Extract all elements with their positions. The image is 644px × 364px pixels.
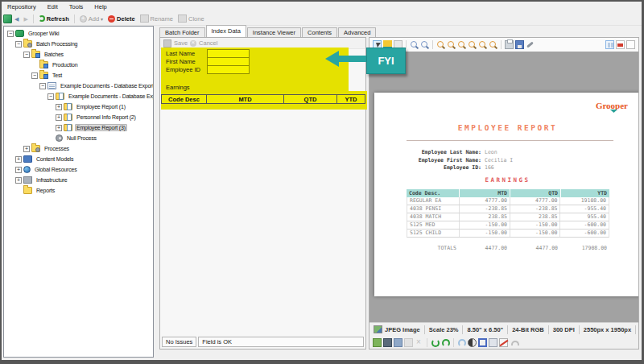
employee-info: Employee Last Name:Leon Employee First N… (390, 149, 513, 172)
tab[interactable]: Contents (302, 27, 337, 37)
zoom-region-icon[interactable] (468, 40, 477, 49)
tree-item[interactable]: + Infrastructure (4, 175, 153, 185)
tree-toggle-icon[interactable]: − (39, 83, 46, 89)
rename-label: Rename (151, 15, 173, 23)
refresh-button[interactable]: Refresh (36, 13, 72, 24)
add-button[interactable]: Add (77, 13, 105, 24)
save-button[interactable]: Save (174, 39, 188, 47)
copy-icon[interactable] (489, 338, 497, 347)
tree-item-label: Content Models (35, 155, 75, 163)
globe-icon (23, 166, 31, 173)
viewer-status-bar: JPEG Image Scale 23%8.50" x 6.50"24-Bit … (369, 322, 638, 336)
tree-toggle-icon[interactable]: − (31, 72, 38, 79)
menu-item[interactable]: Tools (64, 2, 89, 12)
menu-item[interactable]: Edit (42, 2, 64, 12)
tree-item[interactable]: − Batch Processing (4, 39, 153, 49)
settings-icon[interactable] (526, 40, 535, 49)
new-page-icon[interactable] (626, 40, 635, 49)
tab[interactable]: Index Data (206, 25, 246, 37)
tree-toggle-icon[interactable]: − (23, 52, 30, 58)
tree-item[interactable]: − Test (4, 70, 153, 81)
print-icon[interactable] (505, 40, 514, 49)
earnings-column-header[interactable]: Code Desc (161, 94, 207, 104)
tree-item-label: Employee Report (1) (75, 103, 127, 110)
clone-button[interactable]: Clone (175, 13, 207, 24)
zoom-width-icon[interactable] (478, 40, 487, 49)
tree-toggle-icon[interactable]: + (56, 114, 62, 121)
tree-item[interactable]: + Content Models (4, 154, 153, 164)
field-status-bar: No Issues Field is OK (162, 337, 364, 347)
menu-item[interactable]: Repository (2, 2, 42, 12)
tree-toggle-icon[interactable]: + (15, 177, 22, 184)
tree-item[interactable]: Production (4, 60, 153, 70)
export-pdf-icon[interactable] (616, 40, 625, 49)
image-disabled-icon[interactable] (404, 338, 413, 347)
tree-item[interactable]: − Grooper Wiki (4, 28, 153, 39)
tree-toggle-icon[interactable]: + (23, 146, 30, 152)
tree-item[interactable]: + Personnel Info Report (2) (4, 112, 153, 122)
tree-item-label: Employee Report (3) (75, 124, 127, 131)
zoom-dynamic-icon[interactable] (457, 40, 466, 49)
refresh2-icon[interactable] (457, 338, 466, 347)
tree-item[interactable]: + Employee Report (1) (4, 101, 153, 112)
crop-icon[interactable] (478, 338, 487, 347)
zoom-in-icon[interactable] (436, 40, 445, 49)
tree-item[interactable]: − Example Documents - Database Export (4, 81, 153, 91)
tree-item[interactable]: Reports (4, 185, 153, 196)
image-adjust-icon[interactable] (383, 338, 392, 347)
rotate-left-icon[interactable] (431, 338, 440, 347)
forward-icon[interactable]: ▶ (21, 13, 30, 24)
undo-icon[interactable] (510, 338, 518, 347)
tree-item-label: Processes (43, 145, 71, 152)
earnings-column-header[interactable]: MTD (206, 94, 284, 104)
tree-item-label: Personnel Info Report (2) (75, 114, 138, 121)
zoom-out-icon[interactable] (447, 40, 456, 49)
last-name-label: Last Name (166, 50, 195, 57)
tab[interactable]: Batch Folder (159, 27, 205, 37)
save2-icon[interactable] (515, 40, 524, 49)
contrast-icon[interactable] (468, 338, 477, 347)
tree-toggle-icon[interactable]: + (15, 167, 22, 173)
tree-item[interactable]: + Employee Report (3) (4, 122, 153, 133)
tree-toggle-icon[interactable]: + (56, 104, 62, 110)
cancel-button[interactable]: Cancel (199, 39, 217, 47)
tree-item[interactable]: Null Process (4, 133, 153, 143)
tree-toggle-icon[interactable]: − (15, 41, 22, 48)
remove-image-icon[interactable] (499, 338, 508, 347)
zoom-fit-icon[interactable] (489, 40, 497, 49)
earnings-column-header[interactable]: QTD (283, 94, 337, 104)
menu-item[interactable]: Help (89, 2, 112, 12)
thumbnails-icon[interactable] (605, 40, 614, 49)
status-segment: 2550px x 1950px (580, 325, 636, 334)
tree-toggle-icon[interactable]: + (56, 125, 62, 131)
tree-toggle-icon[interactable]: + (15, 156, 22, 163)
grooper-window: RepositoryEditToolsHelp ◀ ▶ Refresh Add … (0, 0, 644, 364)
employee-id-input[interactable] (207, 65, 250, 74)
tree-item[interactable]: + Processes (4, 143, 153, 154)
tree-toggle-icon[interactable]: − (7, 31, 14, 37)
preview-icon[interactable] (420, 40, 429, 49)
tree-toggle-icon[interactable]: − (47, 93, 54, 100)
navigate-root-icon[interactable] (3, 14, 12, 23)
back-icon[interactable]: ◀ (12, 13, 21, 24)
magnifier-blue-icon[interactable] (410, 40, 419, 49)
tree-item[interactable]: − Example Documents - Database Export (4, 91, 153, 101)
rotate-right-icon[interactable] (441, 338, 450, 347)
rename-button[interactable]: Rename (138, 13, 175, 24)
viewer-canvas[interactable]: Grooper EMPLOYEE REPORT Employee Last Na… (369, 52, 638, 323)
tree-item[interactable]: + Global Resources (4, 164, 153, 175)
delete-disabled-icon[interactable] (415, 338, 423, 347)
info-line: Employee ID:166 (390, 164, 513, 172)
info-value: Cecilia I (481, 157, 513, 163)
refresh-label: Refresh (47, 15, 69, 23)
menu-bar: RepositoryEditToolsHelp (2, 2, 642, 12)
delete-button[interactable]: Delete (105, 13, 138, 24)
tab[interactable]: Instance Viewer (247, 27, 301, 37)
image-export-icon[interactable] (373, 338, 382, 347)
tree-item[interactable]: − Batches (4, 49, 153, 60)
tab[interactable]: Advanced (338, 27, 376, 37)
image-select-icon[interactable] (394, 338, 402, 347)
table-row: S125 CHILD -150.00 -150.00 -600.00 (407, 230, 609, 238)
earnings-column-header[interactable]: YTD (336, 94, 365, 104)
tree-item-label: Global Resources (33, 166, 78, 173)
